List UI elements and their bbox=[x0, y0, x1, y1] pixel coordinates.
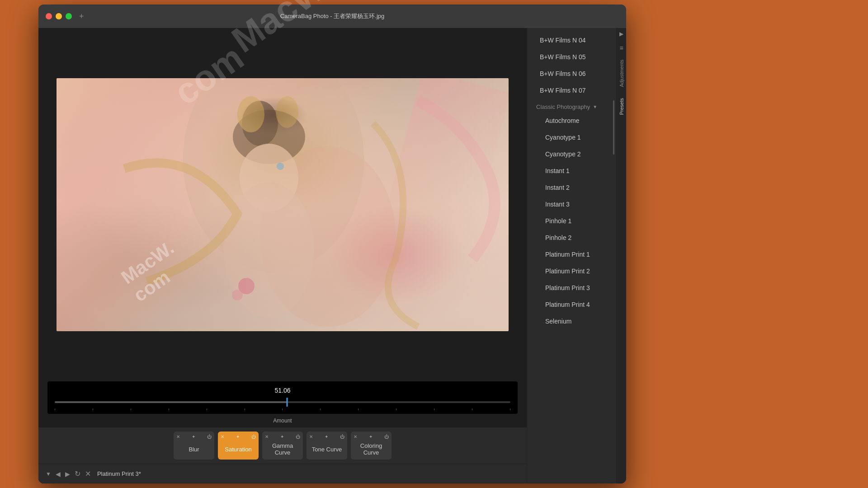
slider-track[interactable] bbox=[55, 397, 510, 408]
collapse-arrow[interactable]: ▼ bbox=[46, 471, 51, 477]
sidebar-item-instant2[interactable]: Instant 2 bbox=[531, 179, 611, 196]
x-icon: ✕ bbox=[309, 434, 313, 439]
slider-fill bbox=[55, 401, 287, 403]
sidebar-item-bw04[interactable]: B+W Films N 04 bbox=[531, 32, 611, 48]
sidebar-item-instant1[interactable]: Instant 1 bbox=[531, 163, 611, 179]
power-icon: ⏻ bbox=[251, 434, 256, 439]
tab-presets[interactable]: Presets bbox=[617, 93, 626, 120]
effect-coloring-curve-button[interactable]: ✕ ✦ ⏻ ColoringCurve bbox=[351, 432, 392, 460]
svg-point-9 bbox=[232, 290, 243, 300]
effect-icons: ✕ ✦ ⏻ bbox=[309, 434, 344, 439]
effect-icons: ✕ ✦ ⏻ bbox=[354, 434, 389, 439]
window-title: CameraBag Photo - 王者荣耀杨玉环.jpg bbox=[280, 12, 384, 20]
power-icon: ⏻ bbox=[340, 434, 344, 439]
effect-blur-label: Blur bbox=[189, 446, 199, 453]
effect-blur-button[interactable]: ✕ ✦ ⏻ Blur bbox=[174, 432, 214, 460]
sidebar-item-autochrome[interactable]: Autochrome bbox=[531, 113, 611, 129]
effect-tone-curve-label: Tone Curve bbox=[312, 446, 342, 453]
sidebar-item-pinhole2[interactable]: Pinhole 2 bbox=[531, 230, 611, 246]
effects-bar: ✕ ✦ ⏻ Blur ✕ ✦ ⏻ Saturation bbox=[38, 427, 527, 464]
right-sidebar: B+W Films N 04 B+W Films N 05 B+W Films … bbox=[527, 28, 626, 483]
minimize-button[interactable] bbox=[56, 13, 62, 19]
photo-canvas: MacW.com bbox=[38, 28, 527, 381]
title-bar: + CameraBag Photo - 王者荣耀杨玉环.jpg bbox=[38, 5, 626, 28]
slider-label: Amount bbox=[43, 418, 522, 424]
sidebar-list: B+W Films N 04 B+W Films N 05 B+W Films … bbox=[527, 28, 626, 483]
x-icon: ✕ bbox=[354, 434, 357, 439]
sidebar-item-bw06[interactable]: B+W Films N 06 bbox=[531, 66, 611, 82]
sidebar-item-pinhole1[interactable]: Pinhole 1 bbox=[531, 213, 611, 229]
slider-background bbox=[55, 401, 510, 403]
effect-tone-curve-button[interactable]: ✕ ✦ ⏻ Tone Curve bbox=[307, 432, 347, 460]
effect-gamma-curve-button[interactable]: ✕ ✦ ⏻ GammaCurve bbox=[262, 432, 303, 460]
star-icon: ✦ bbox=[369, 434, 373, 439]
sidebar-menu-button[interactable]: ≡ bbox=[618, 42, 625, 54]
slider-ticks bbox=[55, 408, 510, 410]
svg-point-10 bbox=[277, 163, 284, 170]
sidebar-item-platinum4[interactable]: Platinum Print 4 bbox=[531, 296, 611, 313]
scrollbar[interactable] bbox=[613, 100, 614, 155]
sidebar-item-cyanotype2[interactable]: Cyanotype 2 bbox=[531, 146, 611, 162]
effect-gamma-curve-label: GammaCurve bbox=[272, 442, 293, 456]
prev-preset-button[interactable]: ◀ bbox=[56, 470, 61, 478]
effect-icons: ✕ ✦ ⏻ bbox=[265, 434, 300, 439]
photo-illustration bbox=[57, 78, 509, 331]
power-icon: ⏻ bbox=[296, 434, 300, 439]
sidebar-item-platinum2[interactable]: Platinum Print 2 bbox=[531, 263, 611, 279]
sidebar-item-cyanotype1[interactable]: Cyanotype 1 bbox=[531, 129, 611, 145]
add-tab-button[interactable]: + bbox=[79, 12, 84, 21]
sidebar-tabs: ▶ ≡ Adjustments Presets bbox=[616, 28, 626, 483]
sidebar-scroll-top-button[interactable]: ▶ bbox=[618, 28, 625, 40]
x-icon: ✕ bbox=[265, 434, 269, 439]
power-icon: ⏻ bbox=[207, 434, 212, 439]
slider-value: 51.06 bbox=[55, 387, 510, 394]
star-icon: ✦ bbox=[192, 434, 195, 439]
star-icon: ✦ bbox=[236, 434, 240, 439]
effect-coloring-curve-label: ColoringCurve bbox=[360, 442, 382, 456]
traffic-lights bbox=[46, 13, 72, 19]
tab-adjustments[interactable]: Adjustments bbox=[617, 54, 626, 93]
star-icon: ✦ bbox=[325, 434, 328, 439]
x-icon: ✕ bbox=[221, 434, 224, 439]
sidebar-item-bw07[interactable]: B+W Films N 07 bbox=[531, 82, 611, 99]
current-preset-name: Platinum Print 3* bbox=[97, 470, 141, 477]
sidebar-item-bw05[interactable]: B+W Films N 05 bbox=[531, 49, 611, 65]
sidebar-item-platinum3[interactable]: Platinum Print 3 bbox=[531, 280, 611, 296]
close-button[interactable] bbox=[46, 13, 52, 19]
bottom-bar: ▼ ◀ ▶ ↻ ✕ Platinum Print 3* bbox=[38, 464, 527, 483]
slider-thumb[interactable] bbox=[287, 398, 288, 407]
power-icon: ⏻ bbox=[384, 434, 389, 439]
photo-frame: MacW.com bbox=[57, 78, 509, 331]
next-preset-button[interactable]: ▶ bbox=[65, 470, 70, 478]
sidebar-item-selenium[interactable]: Selenium bbox=[531, 313, 611, 329]
x-icon: ✕ bbox=[176, 434, 180, 439]
main-window: + CameraBag Photo - 王者荣耀杨玉环.jpg bbox=[38, 5, 626, 483]
chevron-down-icon: ▼ bbox=[593, 104, 597, 109]
sidebar-item-platinum1[interactable]: Platinum Print 1 bbox=[531, 246, 611, 263]
effect-saturation-button[interactable]: ✕ ✦ ⏻ Saturation bbox=[218, 432, 259, 460]
star-icon: ✦ bbox=[280, 434, 284, 439]
sidebar-section-classic-photography[interactable]: Classic Photography ▼ bbox=[527, 99, 614, 112]
slider-area: 51.06 bbox=[47, 381, 518, 414]
svg-point-4 bbox=[237, 96, 264, 132]
reset-button[interactable]: ↻ bbox=[75, 469, 80, 478]
remove-button[interactable]: ✕ bbox=[85, 469, 91, 478]
effect-saturation-label: Saturation bbox=[225, 446, 251, 453]
effect-icons: ✕ ✦ ⏻ bbox=[221, 434, 256, 439]
effect-icons: ✕ ✦ ⏻ bbox=[176, 434, 212, 439]
content-area: MacW.com 51.06 bbox=[38, 28, 626, 483]
slider-container: 51.06 bbox=[38, 381, 527, 427]
svg-point-5 bbox=[276, 96, 298, 128]
maximize-button[interactable] bbox=[66, 13, 72, 19]
sidebar-item-instant3[interactable]: Instant 3 bbox=[531, 196, 611, 212]
photo-area: MacW.com 51.06 bbox=[38, 28, 527, 483]
